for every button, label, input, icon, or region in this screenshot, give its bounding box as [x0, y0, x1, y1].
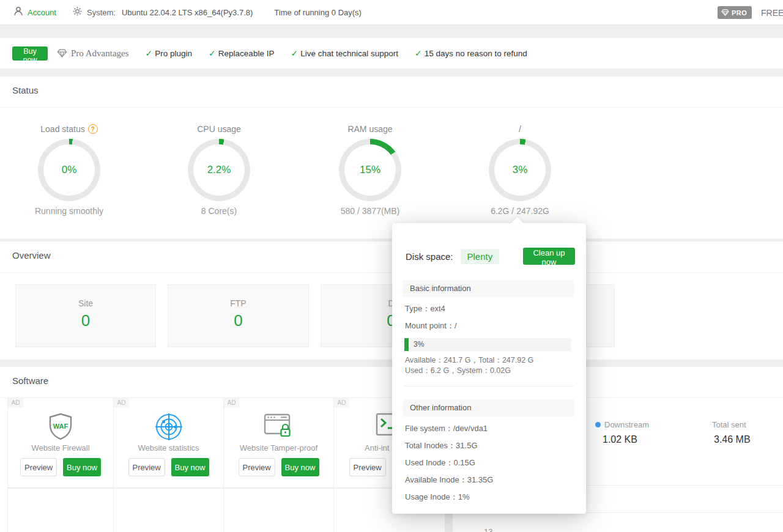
pro-badge[interactable]: PRO [718, 6, 752, 19]
partial-number: 13 [484, 527, 492, 532]
system-label: System: [87, 8, 116, 17]
cpu-gauge-ring[interactable]: 2.2% [188, 139, 250, 201]
check-icon: ✓ [146, 48, 153, 58]
preview-button[interactable]: Preview [128, 458, 165, 476]
pro-advantages-label: Pro Advantages [71, 48, 129, 59]
ad-tag: AD [224, 398, 239, 408]
buy-now-button[interactable]: Buy now [63, 458, 101, 476]
top-bar: Account System: Ubuntu 22.04.2 LTS x86_6… [0, 0, 783, 25]
available-inode-row: Available Inode：31.35G [405, 475, 493, 486]
disk-usage-percent: 3% [414, 338, 424, 351]
disk-usage-bar: 3% [404, 338, 571, 351]
other-info-header: Other information [403, 399, 574, 416]
downstream-value: 1.02 KB [603, 434, 637, 445]
software-title: Software [12, 375, 48, 386]
overview-title: Overview [12, 250, 51, 260]
preview-button[interactable]: Preview [20, 458, 57, 476]
system-value: Ubuntu 22.04.2 LTS x86_64(Py3.7.8) [122, 8, 253, 17]
total-sent-label: Total sent [712, 420, 746, 429]
disk-usage-fill [404, 338, 409, 351]
free-text: FREE 6 [761, 8, 783, 18]
software-card-empty [7, 488, 114, 532]
diamond-icon [57, 49, 67, 57]
divider [404, 386, 574, 386]
card-value: 0 [168, 311, 308, 330]
gauge-value: 3% [513, 164, 528, 176]
dashboard-page: Account System: Ubuntu 22.04.2 LTS x86_6… [0, 0, 783, 532]
pro-badge-label: PRO [732, 9, 747, 17]
usage-inode-row: Usage Inode：1% [405, 492, 470, 503]
gauge-sub: Running smoothly [2, 206, 136, 216]
software-card-empty [113, 488, 224, 532]
check-icon: ✓ [291, 48, 298, 58]
svg-text:WAF: WAF [53, 423, 69, 430]
uptime-text: Time of running 0 Day(s) [274, 8, 362, 17]
feature-replaceable-ip: ✓Replaceable IP [209, 48, 274, 58]
software-card-firewall: AD WAF Website Firewall Preview Buy now [7, 397, 114, 488]
software-card-empty [223, 488, 334, 532]
legend-dot-icon [595, 422, 601, 427]
buy-now-button[interactable]: Buy now [12, 46, 48, 61]
gauge-label: / [519, 124, 521, 134]
pro-advantages: Pro Advantages [57, 48, 129, 59]
gauge-sub: 8 Core(s) [152, 206, 286, 216]
account-link[interactable]: Account [28, 8, 56, 17]
used-inode-row: Used Inode：0.15G [405, 457, 475, 468]
file-system-row: File system：/dev/vda1 [405, 423, 488, 434]
system-gear-icon [73, 7, 82, 18]
software-card-name: Website statistics [114, 443, 223, 453]
check-icon: ✓ [209, 48, 216, 58]
overview-card-ftp[interactable]: FTP 0 [168, 284, 309, 347]
disk-space-popup: Disk space: Plenty Clean up now Basic in… [392, 223, 586, 514]
help-icon[interactable]: ? [88, 124, 98, 134]
basic-info-header: Basic information [403, 280, 574, 297]
gauge-value: 2.2% [207, 164, 231, 176]
preview-button[interactable]: Preview [349, 458, 386, 476]
software-card-tamper-proof: AD Website Tamper-proof Preview Buy now [223, 397, 334, 488]
promo-bar: Buy now Pro Advantages ✓Pro plugin ✓Repl… [0, 38, 783, 68]
ram-gauge-ring[interactable]: 15% [339, 139, 401, 201]
card-title: FTP [168, 298, 308, 308]
user-icon [13, 6, 23, 18]
software-card-name: Website Firewall [8, 443, 113, 453]
available-total-row: Available：241.7 G，Total：247.92 G [405, 355, 533, 366]
disk-space-label: Disk space: [406, 251, 453, 262]
status-section: Status Load status? 0% Running smoothly … [0, 76, 783, 238]
gauge-sub: 580 / 3877(MB) [303, 206, 437, 216]
load-gauge-ring[interactable]: 0% [38, 139, 100, 201]
total-sent-value: 3.46 MB [714, 434, 751, 445]
clean-up-button[interactable]: Clean up now [523, 248, 575, 265]
feature-refund: ✓15 days no reason to refund [415, 48, 527, 58]
buy-now-button[interactable]: Buy now [281, 458, 319, 476]
ad-tag: AD [334, 398, 349, 408]
waf-shield-icon: WAF [8, 413, 113, 440]
card-title: Site [16, 298, 155, 308]
used-system-row: Used：6.2 G，System：0.02G [405, 366, 511, 376]
card-value: 0 [16, 311, 155, 330]
statistics-target-icon [114, 413, 223, 441]
gauge-label: CPU usage [197, 124, 241, 134]
overview-section: Overview Site 0 FTP 0 D 0 [0, 242, 783, 360]
gauge-label: Load status [40, 124, 84, 134]
ad-tag: AD [114, 398, 129, 408]
ad-tag: AD [8, 398, 23, 408]
status-title: Status [12, 85, 39, 95]
software-card-statistics: AD Website statistics Preview Buy now [113, 397, 224, 488]
gauge-value: 15% [360, 164, 380, 176]
overview-card-site[interactable]: Site 0 [15, 284, 156, 347]
feature-pro-plugin: ✓Pro plugin [146, 48, 193, 58]
buy-now-button[interactable]: Buy now [171, 458, 209, 476]
feature-live-chat: ✓Live chat technical support [291, 48, 398, 58]
software-section: Software AD WAF Website Firewall Preview… [0, 367, 445, 532]
preview-button[interactable]: Preview [239, 458, 275, 476]
divider [0, 107, 783, 108]
disk-status-badge: Plenty [461, 249, 500, 264]
software-card-name: Website Tamper-proof [224, 443, 333, 453]
disk-type-row: Type：ext4 [405, 303, 445, 314]
downstream-legend: Downstream [595, 420, 649, 429]
check-icon: ✓ [415, 48, 422, 58]
total-inodes-row: Total Inodes：31.5G [405, 440, 478, 451]
diamond-icon [721, 9, 729, 16]
disk-gauge-ring[interactable]: 3% [489, 139, 551, 201]
mount-point-row: Mount point：/ [405, 320, 457, 331]
